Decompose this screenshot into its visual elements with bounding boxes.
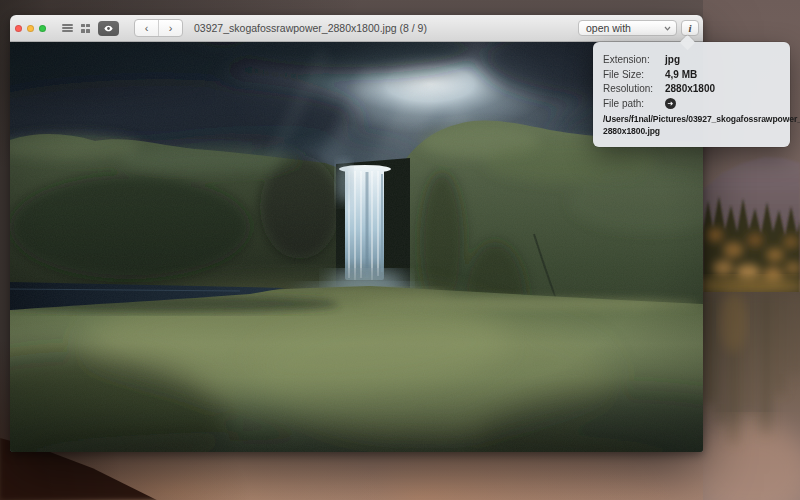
filepath-label: File path: (603, 98, 665, 109)
filesize-label: File Size: (603, 69, 665, 80)
preview-mode-button[interactable] (98, 21, 119, 36)
popover-body: Extension: jpg File Size: 4,9 MB Resolut… (593, 42, 790, 137)
file-path-go-button[interactable]: ➜ (665, 98, 676, 109)
list-icon (62, 24, 73, 32)
minimize-button[interactable] (27, 25, 34, 32)
open-with-dropdown[interactable]: open with (578, 20, 677, 36)
close-button[interactable] (15, 25, 22, 32)
open-with-label: open with (586, 22, 664, 34)
file-path-text: /Users/f1nal/Pictures/03927_skogafossraw… (603, 114, 780, 137)
info-row-resolution: Resolution: 2880x1800 (603, 82, 780, 97)
info-button[interactable]: i (681, 20, 699, 36)
zoom-button[interactable] (39, 25, 46, 32)
file-path-line2: 2880x1800.jpg (603, 126, 780, 138)
extension-label: Extension: (603, 54, 665, 65)
file-path-go-icon: ➜ (668, 98, 674, 109)
file-info-popover: Extension: jpg File Size: 4,9 MB Resolut… (593, 42, 790, 147)
window-titlebar[interactable]: ‹ › 03927_skogafossrawpower_2880x1800.jp… (10, 15, 703, 42)
resolution-value: 2880x1800 (665, 83, 715, 94)
next-image-button[interactable]: › (159, 20, 182, 36)
info-row-extension: Extension: jpg (603, 52, 780, 67)
list-view-button[interactable] (62, 21, 73, 36)
grid-icon (81, 24, 90, 33)
chevron-down-icon (664, 26, 671, 31)
eye-icon (104, 24, 113, 33)
previous-image-button[interactable]: ‹ (135, 20, 159, 36)
filesize-value: 4,9 MB (665, 69, 697, 80)
resolution-label: Resolution: (603, 83, 665, 94)
file-path-line1: /Users/f1nal/Pictures/03927_skogafossraw… (603, 114, 780, 126)
thumbnail-grid-button[interactable] (81, 21, 90, 36)
info-row-filesize: File Size: 4,9 MB (603, 67, 780, 82)
toolbar-right-group: open with i (578, 20, 699, 36)
info-row-filepath: File path: ➜ (603, 96, 780, 111)
traffic-light-buttons (15, 25, 46, 32)
navigation-segmented-control: ‹ › (134, 19, 183, 37)
extension-value: jpg (665, 54, 680, 65)
window-title: 03927_skogafossrawpower_2880x1800.jpg (8… (194, 22, 427, 34)
